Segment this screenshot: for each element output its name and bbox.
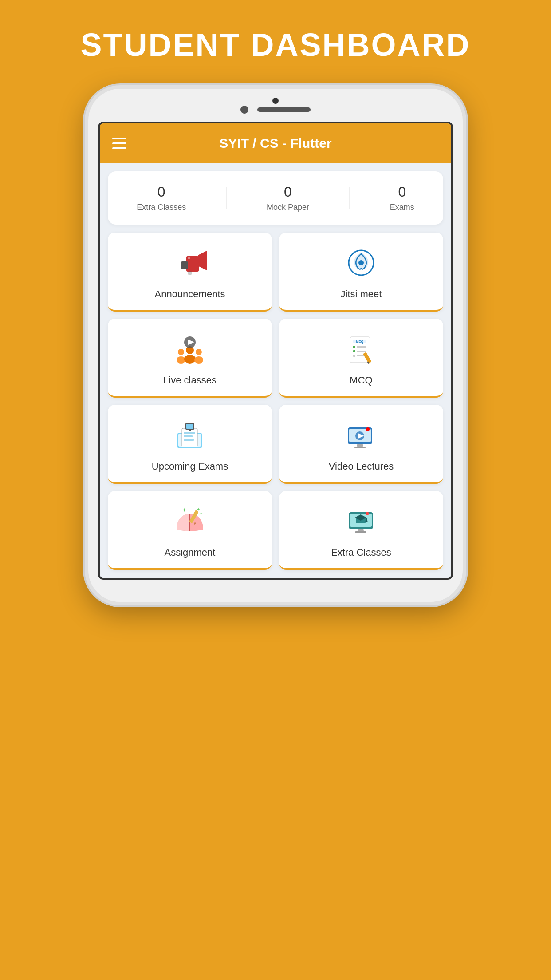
stat-extra-classes: 0 Extra Classes bbox=[137, 184, 186, 212]
upcoming-exams-icon bbox=[170, 418, 210, 454]
svg-rect-54 bbox=[358, 529, 364, 531]
stat-mock-paper-label: Mock Paper bbox=[267, 203, 309, 212]
svg-rect-29 bbox=[184, 432, 195, 434]
stat-divider-1 bbox=[226, 187, 227, 209]
stat-extra-classes-value: 0 bbox=[157, 184, 165, 200]
menu-item-mcq[interactable]: MCQ MCQ bbox=[279, 319, 443, 398]
menu-item-upcoming-exams[interactable]: Upcoming Exams bbox=[108, 405, 272, 484]
live-classes-label: Live classes bbox=[163, 375, 216, 386]
svg-rect-19 bbox=[357, 346, 366, 348]
phone-screen: SYIT / CS - Flutter 0 Extra Classes 0 Mo… bbox=[98, 122, 453, 580]
stat-extra-classes-label: Extra Classes bbox=[137, 203, 186, 212]
app-content: 0 Extra Classes 0 Mock Paper 0 Exams bbox=[100, 163, 451, 578]
live-classes-icon bbox=[170, 332, 210, 368]
svg-rect-33 bbox=[186, 424, 193, 429]
jitsi-label: Jitsi meet bbox=[341, 288, 382, 300]
announcements-label: Announcements bbox=[155, 288, 225, 300]
svg-rect-31 bbox=[184, 439, 194, 441]
menu-item-jitsi-meet[interactable]: Jitsi meet bbox=[279, 233, 443, 312]
assignment-icon: ✦ ✦ ✦ bbox=[170, 504, 210, 540]
svg-text:✦: ✦ bbox=[182, 506, 187, 514]
announcements-icon bbox=[170, 246, 210, 281]
extra-classes-icon bbox=[341, 504, 381, 540]
svg-rect-20 bbox=[353, 350, 355, 352]
svg-rect-21 bbox=[357, 351, 366, 352]
app-header-title: SYIT / CS - Flutter bbox=[219, 136, 331, 151]
menu-item-video-lectures[interactable]: Video Lectures bbox=[279, 405, 443, 484]
svg-rect-22 bbox=[353, 355, 355, 357]
upcoming-exams-label: Upcoming Exams bbox=[152, 461, 228, 472]
stat-mock-paper: 0 Mock Paper bbox=[267, 184, 309, 212]
stats-card: 0 Extra Classes 0 Mock Paper 0 Exams bbox=[108, 171, 443, 225]
svg-rect-30 bbox=[184, 435, 193, 437]
svg-marker-1 bbox=[198, 251, 207, 270]
svg-rect-55 bbox=[355, 531, 366, 533]
video-lectures-icon bbox=[341, 418, 381, 454]
page-title: STUDENT DASHBOARD bbox=[81, 27, 471, 63]
menu-item-assignment[interactable]: ✦ ✦ ✦ Assignment bbox=[108, 491, 272, 570]
app-header: SYIT / CS - Flutter bbox=[100, 123, 451, 163]
phone-frame: SYIT / CS - Flutter 0 Extra Classes 0 Mo… bbox=[85, 85, 466, 605]
svg-rect-2 bbox=[181, 261, 188, 269]
svg-point-10 bbox=[184, 355, 196, 364]
svg-rect-4 bbox=[188, 257, 190, 259]
phone-camera bbox=[240, 106, 248, 114]
svg-rect-41 bbox=[354, 447, 366, 448]
stat-mock-paper-value: 0 bbox=[284, 184, 292, 200]
svg-rect-18 bbox=[353, 346, 355, 348]
svg-point-8 bbox=[177, 356, 185, 364]
svg-point-6 bbox=[358, 260, 364, 265]
svg-point-7 bbox=[178, 349, 184, 355]
mcq-label: MCQ bbox=[350, 375, 372, 386]
jitsi-icon bbox=[341, 246, 381, 281]
phone-dot bbox=[272, 98, 279, 104]
extra-classes-label: Extra Classes bbox=[331, 547, 391, 558]
menu-item-extra-classes[interactable]: Extra Classes bbox=[279, 491, 443, 570]
svg-point-56 bbox=[366, 512, 369, 515]
stat-exams: 0 Exams bbox=[390, 184, 414, 212]
svg-point-11 bbox=[196, 349, 202, 355]
svg-point-53 bbox=[366, 520, 368, 522]
menu-item-live-classes[interactable]: Live classes bbox=[108, 319, 272, 398]
svg-rect-40 bbox=[357, 444, 363, 447]
stat-divider-2 bbox=[349, 187, 350, 209]
svg-text:✦: ✦ bbox=[200, 511, 203, 515]
phone-speaker bbox=[257, 107, 311, 112]
hamburger-menu-button[interactable] bbox=[112, 138, 126, 149]
assignment-label: Assignment bbox=[165, 547, 216, 558]
svg-point-39 bbox=[366, 427, 370, 431]
svg-text:MCQ: MCQ bbox=[356, 340, 364, 344]
menu-item-announcements[interactable]: Announcements bbox=[108, 233, 272, 312]
menu-grid: Announcements Jitsi meet bbox=[108, 233, 443, 570]
svg-rect-34 bbox=[189, 430, 191, 431]
stat-exams-value: 0 bbox=[398, 184, 406, 200]
stat-exams-label: Exams bbox=[390, 203, 414, 212]
svg-point-3 bbox=[188, 271, 192, 275]
svg-point-12 bbox=[194, 356, 203, 364]
video-lectures-label: Video Lectures bbox=[329, 461, 394, 472]
mcq-icon: MCQ bbox=[341, 332, 381, 368]
